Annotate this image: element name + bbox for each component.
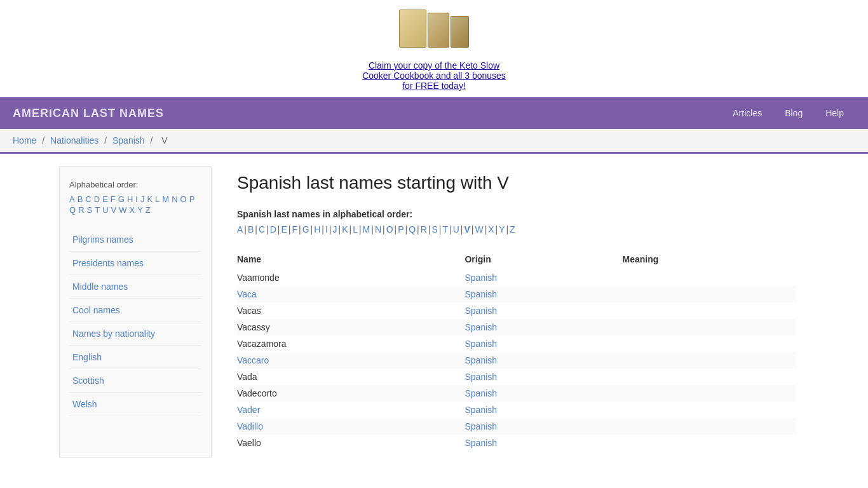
meaning-cell bbox=[623, 385, 796, 402]
alpha-L[interactable]: L bbox=[155, 194, 159, 204]
alpha-K[interactable]: K bbox=[147, 194, 153, 204]
alpha-R[interactable]: R bbox=[78, 205, 84, 215]
idx-W[interactable]: W bbox=[475, 224, 483, 234]
idx-S[interactable]: S bbox=[431, 224, 437, 234]
idx-N[interactable]: N bbox=[375, 224, 381, 234]
sidebar-item-english[interactable]: English bbox=[69, 346, 201, 369]
idx-X[interactable]: X bbox=[488, 224, 494, 234]
alpha-F[interactable]: F bbox=[111, 194, 116, 204]
idx-L[interactable]: L bbox=[353, 224, 358, 234]
alpha-Y[interactable]: Y bbox=[137, 205, 143, 215]
alpha-Z[interactable]: Z bbox=[146, 205, 151, 215]
idx-F[interactable]: F bbox=[292, 224, 297, 234]
idx-Q[interactable]: Q bbox=[409, 224, 416, 234]
idx-Z[interactable]: Z bbox=[510, 224, 515, 234]
idx-V[interactable]: V bbox=[464, 224, 470, 234]
breadcrumb-sep-1: / bbox=[42, 135, 44, 146]
idx-R[interactable]: R bbox=[421, 224, 427, 234]
table-row: VadaSpanish bbox=[237, 369, 796, 385]
alpha-W[interactable]: W bbox=[119, 205, 126, 215]
meaning-cell bbox=[623, 369, 796, 385]
ad-link[interactable]: Claim your copy of the Keto Slow Cooker … bbox=[358, 60, 510, 91]
idx-U[interactable]: U bbox=[453, 224, 459, 234]
breadcrumb-spanish[interactable]: Spanish bbox=[112, 135, 145, 146]
alpha-H[interactable]: H bbox=[127, 194, 133, 204]
idx-B[interactable]: B bbox=[248, 224, 254, 234]
alpha-A[interactable]: A bbox=[69, 194, 75, 204]
idx-M[interactable]: M bbox=[363, 224, 370, 234]
origin-cell[interactable]: Spanish bbox=[465, 435, 622, 451]
main-content: Spanish last names starting with V Spani… bbox=[224, 166, 809, 458]
sidebar-nav: Pilgrims names Presidents names Middle n… bbox=[69, 228, 201, 416]
idx-J[interactable]: J bbox=[333, 224, 337, 234]
origin-cell[interactable]: Spanish bbox=[465, 352, 622, 369]
idx-G[interactable]: G bbox=[302, 224, 309, 234]
origin-cell[interactable]: Spanish bbox=[465, 286, 622, 302]
alpha-Q[interactable]: Q bbox=[69, 205, 76, 215]
idx-H[interactable]: H bbox=[314, 224, 320, 234]
nav-articles[interactable]: Articles bbox=[721, 99, 773, 127]
table-row: VacazamoraSpanish bbox=[237, 336, 796, 352]
name-cell[interactable]: Vader bbox=[237, 402, 465, 418]
origin-cell[interactable]: Spanish bbox=[465, 418, 622, 435]
alpha-E[interactable]: E bbox=[102, 194, 108, 204]
breadcrumb-sep-3: / bbox=[150, 135, 153, 146]
origin-cell[interactable]: Spanish bbox=[465, 319, 622, 336]
ad-area: Claim your copy of the Keto Slow Cooker … bbox=[0, 0, 868, 97]
name-cell[interactable]: Vadillo bbox=[237, 418, 465, 435]
name-cell[interactable]: Vaccaro bbox=[237, 352, 465, 369]
idx-O[interactable]: O bbox=[386, 224, 393, 234]
idx-I[interactable]: I bbox=[325, 224, 328, 234]
navbar-brand: AMERICAN LAST NAMES bbox=[0, 98, 177, 129]
sidebar-item-pilgrims[interactable]: Pilgrims names bbox=[69, 228, 201, 252]
alpha-P[interactable]: P bbox=[189, 194, 195, 204]
alpha-S[interactable]: S bbox=[87, 205, 93, 215]
idx-E[interactable]: E bbox=[281, 224, 287, 234]
name-cell: Vada bbox=[237, 369, 465, 385]
nav-blog[interactable]: Blog bbox=[773, 99, 814, 127]
meaning-cell bbox=[623, 435, 796, 451]
idx-K[interactable]: K bbox=[342, 224, 348, 234]
alpha-I[interactable]: I bbox=[135, 194, 138, 204]
alpha-M[interactable]: M bbox=[162, 194, 169, 204]
breadcrumb-home[interactable]: Home bbox=[13, 135, 36, 146]
col-origin: Origin bbox=[465, 250, 622, 269]
alpha-J[interactable]: J bbox=[140, 194, 145, 204]
origin-cell[interactable]: Spanish bbox=[465, 302, 622, 319]
sidebar-item-middle[interactable]: Middle names bbox=[69, 275, 201, 299]
origin-cell[interactable]: Spanish bbox=[465, 336, 622, 352]
sidebar-item-welsh[interactable]: Welsh bbox=[69, 393, 201, 416]
sidebar-item-scottish[interactable]: Scottish bbox=[69, 369, 201, 393]
alpha-T[interactable]: T bbox=[95, 205, 100, 215]
alpha-C[interactable]: C bbox=[85, 194, 91, 204]
nav-help[interactable]: Help bbox=[814, 99, 855, 127]
origin-cell[interactable]: Spanish bbox=[465, 385, 622, 402]
name-cell[interactable]: Vaca bbox=[237, 286, 465, 302]
idx-Y[interactable]: Y bbox=[499, 224, 505, 234]
name-cell: Vaello bbox=[237, 435, 465, 451]
names-table: Name Origin Meaning VaamondeSpanishVacaS… bbox=[237, 250, 796, 451]
alpha-G[interactable]: G bbox=[118, 194, 125, 204]
origin-cell[interactable]: Spanish bbox=[465, 369, 622, 385]
sidebar-item-presidents[interactable]: Presidents names bbox=[69, 252, 201, 275]
origin-cell[interactable]: Spanish bbox=[465, 402, 622, 418]
meaning-cell bbox=[623, 269, 796, 286]
alpha-V[interactable]: V bbox=[111, 205, 117, 215]
breadcrumb-sep-2: / bbox=[104, 135, 107, 146]
sidebar-item-nationality[interactable]: Names by nationality bbox=[69, 322, 201, 346]
alpha-D[interactable]: D bbox=[94, 194, 100, 204]
table-row: VacaSpanish bbox=[237, 286, 796, 302]
idx-A[interactable]: A bbox=[237, 224, 243, 234]
origin-cell[interactable]: Spanish bbox=[465, 269, 622, 286]
alpha-B[interactable]: B bbox=[78, 194, 83, 204]
alpha-N[interactable]: N bbox=[172, 194, 177, 204]
alpha-O[interactable]: O bbox=[180, 194, 187, 204]
breadcrumb-nationalities[interactable]: Nationalities bbox=[50, 135, 98, 146]
idx-C[interactable]: C bbox=[259, 224, 265, 234]
idx-T[interactable]: T bbox=[442, 224, 448, 234]
idx-P[interactable]: P bbox=[398, 224, 403, 234]
alpha-X[interactable]: X bbox=[129, 205, 135, 215]
alpha-U[interactable]: U bbox=[102, 205, 108, 215]
sidebar-item-cool[interactable]: Cool names bbox=[69, 299, 201, 322]
idx-D[interactable]: D bbox=[270, 224, 276, 234]
